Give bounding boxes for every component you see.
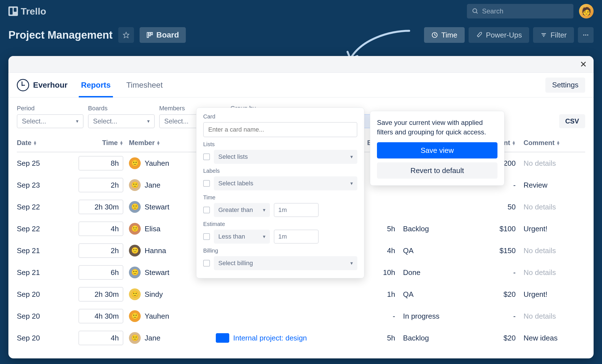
time-input[interactable]: 4h 30m (78, 309, 123, 323)
billing-select[interactable]: Select billing▾ (214, 256, 357, 270)
cell-date: Sep 21 (17, 268, 70, 277)
estimate-checkbox[interactable] (203, 233, 210, 240)
tab-reports[interactable]: Reports (79, 73, 113, 97)
estimate-value-input[interactable]: 1m (274, 230, 319, 244)
trello-logo[interactable]: Trello (8, 6, 46, 17)
cell-estimate: - (356, 312, 395, 321)
filter-period: Period Select...▾ (17, 105, 84, 128)
search-input[interactable]: Search (467, 4, 573, 18)
member-name: Jane (145, 181, 160, 190)
revert-default-button[interactable]: Revert to default (377, 162, 497, 179)
cell-comment: No details (516, 159, 586, 168)
cell-list: QA (395, 246, 465, 255)
billing-checkbox[interactable] (203, 260, 210, 267)
lists-select[interactable]: Select lists▾ (214, 150, 357, 164)
cell-comment: No details (516, 246, 586, 255)
dots-icon (582, 32, 589, 38)
board-icon (146, 32, 153, 38)
col-time[interactable]: Time▲▼ (70, 139, 123, 147)
member-avatar: 🙂 (129, 179, 141, 191)
panel-topbar: ✕ (8, 56, 594, 73)
cell-list: QA (395, 290, 465, 299)
member-avatar: 🙂 (129, 245, 141, 256)
cell-amount: $100 (465, 225, 516, 233)
user-avatar[interactable]: 🧑 (579, 4, 594, 18)
board-header: Project Management Board Time Power-Ups … (0, 22, 602, 48)
filter-button[interactable]: Filter (533, 27, 574, 43)
member-name: Sindy (145, 290, 163, 299)
table-row: Sep 204h 30m🙂Yauhen-In progress-No detai… (17, 305, 585, 327)
member-name: Yauhen (145, 159, 169, 168)
table-row: Sep 204h🙂JaneInternal project: design5hB… (17, 327, 585, 349)
cell-amount: $20 (465, 290, 516, 299)
svg-rect-3 (147, 32, 149, 38)
sort-icon: ▲▼ (512, 141, 516, 145)
more-button[interactable] (578, 27, 594, 43)
brand-text: Trello (21, 6, 46, 17)
time-input[interactable]: 8h (78, 156, 123, 171)
time-input[interactable]: 4h (78, 221, 123, 236)
svg-point-0 (473, 9, 477, 13)
tab-timesheet[interactable]: Timesheet (124, 73, 165, 97)
time-input[interactable]: 4h (78, 331, 123, 345)
settings-button[interactable]: Settings (545, 78, 585, 93)
cell-list: In progress (395, 312, 465, 321)
svg-rect-4 (149, 32, 150, 36)
col-date[interactable]: Date▲▼ (17, 139, 70, 147)
time-checkbox[interactable] (203, 207, 210, 213)
star-button[interactable] (118, 27, 134, 43)
card-name-input[interactable] (203, 122, 357, 137)
time-input[interactable]: 6h (78, 265, 123, 280)
cell-amount: - (465, 268, 516, 277)
search-placeholder: Search (482, 7, 503, 15)
lists-checkbox[interactable] (203, 153, 210, 160)
chevron-down-icon: ▾ (147, 118, 150, 124)
member-avatar: 🙂 (129, 310, 141, 322)
labels-select[interactable]: Select labels▾ (214, 176, 357, 190)
time-input[interactable]: 2h (78, 243, 123, 258)
close-button[interactable]: ✕ (580, 59, 587, 69)
col-comment[interactable]: Comment▲▼ (516, 139, 586, 147)
svg-point-12 (583, 34, 584, 36)
member-name: Hanna (145, 246, 166, 255)
cell-date: Sep 22 (17, 225, 70, 233)
boards-select[interactable]: Select...▾ (88, 114, 155, 128)
cell-date: Sep 25 (17, 159, 70, 168)
time-input[interactable]: 2h (78, 178, 123, 192)
save-view-confirm-button[interactable]: Save view (377, 142, 497, 158)
chevron-down-icon: ▾ (350, 154, 353, 160)
time-input[interactable]: 2h 30m (78, 200, 123, 214)
estimate-op-select[interactable]: Less than▾ (214, 230, 270, 244)
time-button[interactable]: Time (424, 27, 465, 43)
time-value-input[interactable]: 1m (274, 203, 319, 217)
cell-comment: Urgent! (516, 290, 586, 299)
csv-button[interactable]: CSV (559, 114, 585, 128)
sort-icon: ▲▼ (119, 141, 123, 145)
labels-checkbox[interactable] (203, 180, 210, 187)
time-input[interactable]: 2h 30m (78, 287, 123, 302)
cell-comment: Urgent! (516, 225, 586, 233)
powerups-button[interactable]: Power-Ups (469, 27, 529, 43)
cell-amount: 50 (465, 203, 516, 211)
save-view-popup: Save your current view with applied filt… (370, 111, 504, 186)
cell-member: 🙂Sindy (123, 288, 216, 300)
cell-estimate: 5h (356, 334, 395, 342)
member-name: Elisa (145, 225, 160, 233)
member-name: Yauhen (145, 312, 169, 321)
more-filters-panel: Card Lists Select lists▾ Labels Select l… (196, 108, 364, 278)
member-name: Stewart (145, 203, 169, 211)
cell-list: Backlog (395, 334, 465, 342)
sort-icon: ▲▼ (156, 141, 160, 145)
card-link[interactable]: Internal project: design (233, 334, 307, 342)
period-select[interactable]: Select...▾ (17, 114, 84, 128)
cell-date: Sep 20 (17, 290, 70, 299)
cell-date: Sep 23 (17, 181, 70, 190)
clock-icon (431, 32, 438, 38)
board-view-button[interactable]: Board (140, 27, 186, 43)
app-header: Trello Search 🧑 (0, 0, 602, 22)
cell-member: 🙂Yauhen (123, 310, 216, 322)
chevron-down-icon: ▾ (263, 234, 265, 240)
member-name: Jane (145, 334, 160, 342)
table-row: Sep 202h 30m🙂Sindy1hQA$20Urgent! (17, 283, 585, 305)
time-op-select[interactable]: Greater than▾ (214, 203, 270, 217)
